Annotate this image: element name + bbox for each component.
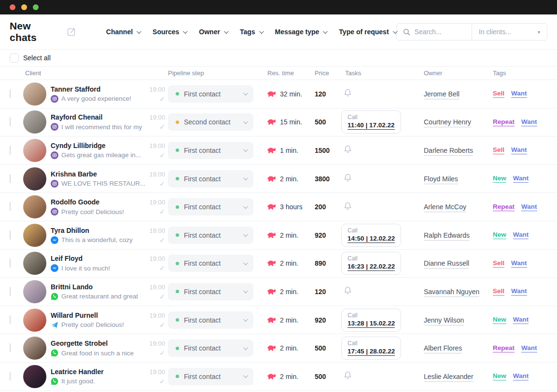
owner-link[interactable]: Savannah Nguyen — [424, 288, 479, 297]
row-checkbox[interactable] — [10, 174, 11, 183]
filter-tags[interactable]: Tags — [240, 28, 263, 36]
bell-icon[interactable] — [344, 286, 352, 295]
tag-want[interactable]: Want — [521, 118, 537, 126]
tag-sell[interactable]: Sell — [493, 287, 504, 296]
bell-icon[interactable] — [344, 173, 352, 182]
bell-icon[interactable] — [344, 88, 352, 97]
row-checkbox[interactable] — [10, 117, 11, 126]
tag-repeat[interactable]: Repeat — [493, 118, 515, 126]
tag-new[interactable]: New — [493, 372, 506, 380]
client-cell[interactable]: Willard Purnell 19:00 — [23, 309, 168, 332]
pipeline-step-select[interactable]: First contact — [168, 142, 253, 159]
pipeline-step-select[interactable]: First contact — [168, 198, 253, 216]
owner-link[interactable]: Albert Flores — [424, 344, 462, 353]
owner-link[interactable]: Arlene McCoy — [424, 203, 466, 212]
tag-want[interactable]: Want — [513, 316, 529, 324]
maximize-window-button[interactable] — [33, 4, 39, 10]
client-cell[interactable]: Cyndy Lillibridge 19:00 — [23, 139, 168, 162]
row-checkbox[interactable] — [10, 89, 11, 98]
row-checkbox[interactable] — [10, 258, 11, 268]
tag-sell[interactable]: Sell — [493, 259, 504, 268]
filter-owner[interactable]: Owner — [199, 28, 227, 36]
row-checkbox[interactable] — [10, 287, 11, 296]
client-cell[interactable]: Brittni Lando 19:00 Gr — [23, 280, 168, 303]
client-cell[interactable]: Leif Floyd 19:00 I lov — [23, 252, 168, 275]
tag-new[interactable]: New — [493, 316, 506, 324]
call-task-card[interactable]: Call 11:40 | 17.02.22 — [341, 110, 401, 134]
owner-link[interactable]: Darlene Roberts — [424, 147, 473, 156]
row-checkbox[interactable] — [10, 146, 11, 155]
owner-link[interactable]: Jerome Bell — [424, 90, 460, 99]
client-cell[interactable]: Leatrice Handler 19:00 — [23, 365, 168, 388]
call-task-card[interactable]: Call 14:50 | 12.02.22 — [341, 224, 401, 247]
tag-want[interactable]: Want — [521, 344, 537, 352]
bell-icon[interactable] — [344, 145, 352, 154]
tag-want[interactable]: Want — [511, 146, 527, 154]
select-all-checkbox[interactable] — [10, 54, 19, 63]
call-task-card[interactable]: Call 13:28 | 15.02.22 — [341, 309, 401, 332]
close-window-button[interactable] — [10, 4, 15, 10]
client-name[interactable]: Brittni Lando — [51, 283, 93, 291]
client-cell[interactable]: Krishna Barbe 19:00 WE — [23, 167, 168, 190]
call-task-card[interactable]: Call 16:23 | 22.02.22 — [341, 252, 401, 275]
tag-want[interactable]: Want — [513, 175, 529, 183]
owner-link[interactable]: Ralph Edwards — [424, 231, 470, 241]
tag-repeat[interactable]: Repeat — [493, 344, 515, 352]
pipeline-step-select[interactable]: Second contact — [168, 113, 253, 131]
pipeline-step-select[interactable]: First contact — [168, 283, 253, 300]
client-name[interactable]: Rayford Chenail — [51, 113, 102, 121]
row-checkbox[interactable] — [10, 372, 11, 381]
tag-want[interactable]: Want — [521, 203, 537, 211]
owner-link[interactable]: Dianne Russell — [424, 259, 469, 269]
search-scope-select[interactable]: In clients... ▾ — [472, 24, 547, 40]
search-input[interactable] — [415, 28, 465, 36]
row-checkbox[interactable] — [10, 202, 11, 211]
pipeline-step-select[interactable]: First contact — [168, 85, 253, 103]
client-cell[interactable]: Tyra Dhillon 19:00 Thi — [23, 224, 168, 247]
client-name[interactable]: Cyndy Lillibridge — [51, 142, 106, 149]
tag-want[interactable]: Want — [511, 259, 527, 268]
pipeline-step-select[interactable]: First contact — [168, 170, 253, 188]
tag-want[interactable]: Want — [513, 372, 529, 380]
client-name[interactable]: Leatrice Handler — [51, 368, 104, 376]
pipeline-step-select[interactable]: First contact — [168, 255, 253, 272]
client-name[interactable]: Krishna Barbe — [51, 170, 97, 178]
client-name[interactable]: Tyra Dhillon — [51, 227, 89, 234]
client-name[interactable]: Georgette Strobel — [51, 339, 108, 347]
pipeline-step-select[interactable]: First contact — [168, 227, 253, 244]
filter-message-type[interactable]: Message type — [275, 28, 327, 36]
tag-want[interactable]: Want — [511, 90, 527, 98]
tag-new[interactable]: New — [493, 175, 506, 183]
call-task-card[interactable]: Call 17:45 | 28.02.22 — [341, 337, 401, 360]
owner-link[interactable]: Floyd Miles — [424, 175, 458, 184]
row-checkbox[interactable] — [10, 315, 11, 324]
bell-icon[interactable] — [344, 202, 352, 211]
tag-want[interactable]: Want — [513, 231, 529, 239]
client-cell[interactable]: Georgette Strobel 19:00 — [23, 337, 168, 360]
pipeline-step-select[interactable]: First contact — [168, 311, 253, 329]
client-name[interactable]: Willard Purnell — [51, 311, 98, 319]
filter-type-of-request[interactable]: Type of request — [339, 28, 396, 36]
client-cell[interactable]: Rodolfo Goode 19:00 Pr — [23, 195, 168, 218]
pipeline-step-select[interactable]: First contact — [168, 339, 253, 357]
tag-sell[interactable]: Sell — [493, 146, 504, 154]
tag-new[interactable]: New — [493, 231, 506, 239]
filter-sources[interactable]: Sources — [153, 28, 186, 36]
minimize-window-button[interactable] — [21, 4, 27, 10]
client-name[interactable]: Rodolfo Goode — [51, 198, 99, 206]
owner-link[interactable]: Leslie Alexander — [424, 373, 473, 382]
client-name[interactable]: Tanner Stafford — [51, 85, 100, 93]
client-cell[interactable]: Rayford Chenail 19:00 — [23, 110, 168, 134]
client-cell[interactable]: Tanner Stafford 19:00 — [23, 82, 168, 106]
pipeline-step-select[interactable]: First contact — [168, 368, 253, 385]
row-checkbox[interactable] — [10, 343, 11, 352]
tag-repeat[interactable]: Repeat — [493, 203, 515, 211]
owner-link[interactable]: Courtney Henry — [424, 118, 471, 127]
filter-channel[interactable]: Channel — [106, 28, 140, 36]
edit-title-icon[interactable] — [67, 27, 76, 37]
client-name[interactable]: Leif Floyd — [51, 255, 83, 262]
bell-icon[interactable] — [344, 371, 352, 380]
tag-sell[interactable]: Sell — [493, 90, 504, 98]
owner-link[interactable]: Jenny Wilson — [424, 316, 464, 325]
tag-want[interactable]: Want — [511, 287, 527, 296]
